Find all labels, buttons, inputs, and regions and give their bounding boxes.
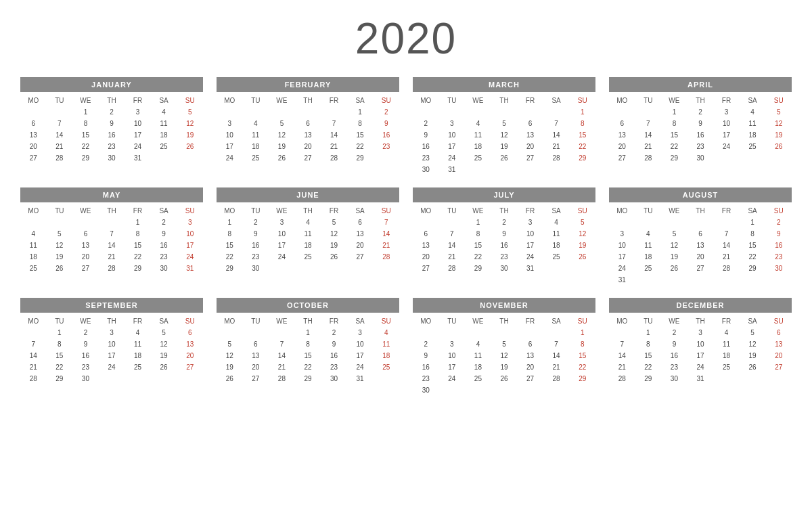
day-cell: 15: [569, 350, 595, 361]
month-february: FEBRUARYMOTUWETHFRSASU000001234567891011…: [217, 77, 399, 175]
day-cell: 28: [543, 373, 570, 384]
day-cell: 2: [373, 106, 399, 118]
month-header: NOVEMBER: [413, 298, 595, 313]
day-cell: 0: [569, 164, 595, 175]
day-cell: 11: [713, 338, 740, 350]
day-cell: 18: [373, 350, 399, 361]
month-december: DECEMBERMOTUWETHFRSASU012345678910111213…: [609, 298, 792, 396]
day-cell: 0: [687, 274, 714, 286]
day-header-tu: TU: [635, 315, 662, 327]
day-cell: 18: [713, 350, 740, 361]
day-cell: 5: [47, 228, 73, 240]
day-cell: 23: [99, 141, 125, 152]
day-header-sa: SA: [740, 205, 766, 217]
day-header-mo: MO: [20, 95, 47, 106]
day-cell: 29: [72, 152, 99, 164]
day-cell: 16: [151, 240, 177, 251]
day-cell: 30: [413, 384, 439, 396]
day-cell: 0: [740, 152, 766, 164]
day-cell: 10: [177, 228, 203, 240]
day-cell: 0: [217, 106, 243, 118]
day-cell: 14: [373, 228, 399, 240]
day-cell: 21: [543, 141, 570, 152]
day-cell: 20: [243, 361, 269, 373]
day-cell: 9: [661, 338, 687, 350]
day-cell: 12: [151, 338, 177, 350]
day-cell: 0: [713, 274, 740, 286]
day-header-tu: TU: [635, 95, 662, 106]
day-cell: 23: [413, 373, 439, 384]
day-cell: 20: [609, 141, 635, 152]
day-cell: 22: [635, 361, 662, 373]
day-header-sa: SA: [151, 315, 177, 327]
day-cell: 0: [661, 217, 687, 228]
day-header-su: SU: [569, 205, 595, 217]
day-cell: 12: [661, 240, 687, 251]
day-cell: 11: [465, 129, 491, 141]
day-cell: 30: [99, 152, 125, 164]
day-cell: 15: [740, 240, 766, 251]
day-cell: 0: [20, 217, 47, 228]
day-cell: 23: [687, 141, 714, 152]
day-header-tu: TU: [635, 205, 662, 217]
day-cell: 9: [491, 228, 518, 240]
day-cell: 14: [635, 129, 662, 141]
day-cell: 28: [713, 263, 740, 274]
day-cell: 24: [687, 361, 714, 373]
day-cell: 30: [413, 164, 439, 175]
day-cell: 31: [347, 373, 374, 384]
day-cell: 0: [151, 152, 177, 164]
day-cell: 18: [543, 240, 570, 251]
day-cell: 0: [47, 106, 73, 118]
day-cell: 29: [569, 152, 595, 164]
day-header-th: TH: [687, 95, 714, 106]
day-cell: 25: [151, 141, 177, 152]
day-cell: 20: [413, 251, 439, 263]
day-header-we: WE: [465, 95, 491, 106]
day-header-tu: TU: [243, 205, 269, 217]
day-header-su: SU: [765, 95, 792, 106]
day-cell: 20: [517, 141, 543, 152]
day-cell: 7: [47, 118, 73, 129]
day-cell: 4: [465, 118, 491, 129]
day-cell: 15: [569, 129, 595, 141]
day-cell: 0: [543, 106, 570, 118]
day-cell: 19: [491, 141, 518, 152]
day-cell: 24: [609, 263, 635, 274]
day-cell: 9: [243, 228, 269, 240]
day-cell: 23: [243, 251, 269, 263]
day-cell: 7: [321, 118, 347, 129]
day-cell: 27: [347, 251, 374, 263]
day-header-mo: MO: [609, 205, 635, 217]
day-cell: 13: [517, 350, 543, 361]
day-header-tu: TU: [439, 315, 466, 327]
day-cell: 0: [491, 327, 518, 338]
day-cell: 0: [269, 106, 295, 118]
month-september: SEPTEMBERMOTUWETHFRSASU01234567891011121…: [20, 298, 203, 396]
day-cell: 30: [151, 263, 177, 274]
day-cell: 10: [125, 118, 151, 129]
day-cell: 0: [217, 327, 243, 338]
day-header-mo: MO: [413, 95, 439, 106]
day-cell: 8: [125, 228, 151, 240]
day-cell: 4: [635, 228, 662, 240]
day-cell: 19: [321, 240, 347, 251]
day-cell: 27: [687, 263, 714, 274]
day-cell: 9: [765, 228, 792, 240]
day-cell: 12: [491, 129, 518, 141]
day-cell: 0: [609, 327, 635, 338]
day-cell: 12: [47, 240, 73, 251]
day-cell: 22: [295, 361, 321, 373]
day-cell: 16: [491, 240, 518, 251]
day-cell: 9: [99, 118, 125, 129]
day-cell: 0: [517, 164, 543, 175]
day-header-th: TH: [687, 315, 714, 327]
day-cell: 14: [713, 240, 740, 251]
day-cell: 3: [439, 118, 466, 129]
day-cell: 27: [517, 373, 543, 384]
day-header-mo: MO: [20, 205, 47, 217]
day-header-mo: MO: [609, 95, 635, 106]
day-cell: 28: [439, 263, 466, 274]
day-cell: 21: [20, 361, 47, 373]
day-cell: 8: [740, 228, 766, 240]
